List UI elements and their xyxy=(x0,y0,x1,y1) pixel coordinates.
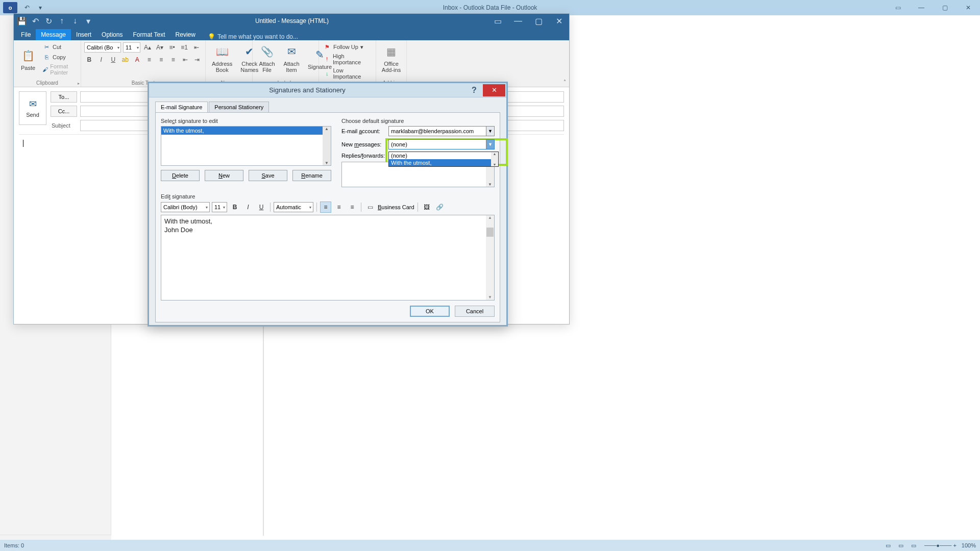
format-painter-button[interactable]: 🖌Format Painter xyxy=(41,63,78,76)
email-account-combo[interactable]: marklabarr@blenderpassion.com▼ xyxy=(388,126,495,136)
tab-format-text[interactable]: Format Text xyxy=(128,29,170,40)
delete-button[interactable]: Delete xyxy=(161,170,200,181)
indent-inc-icon[interactable]: ⇥ xyxy=(192,55,203,65)
new-button[interactable]: New xyxy=(205,170,243,181)
numbering-icon[interactable]: ≡1 xyxy=(179,42,189,53)
to-button[interactable]: To... xyxy=(51,91,77,103)
signature-list-item[interactable]: With the utmost, xyxy=(161,127,331,135)
tab-options[interactable]: Options xyxy=(96,29,128,40)
qat-prev-icon[interactable]: ↑ xyxy=(56,15,68,27)
rf-scroll-down-icon[interactable]: ▼ xyxy=(488,182,492,187)
dd-scroll-down-icon[interactable]: ▼ xyxy=(493,163,497,166)
qat-customize-icon[interactable]: ▾ xyxy=(35,2,46,13)
tab-insert[interactable]: Insert xyxy=(71,29,96,40)
ed-scroll-down-icon[interactable]: ▼ xyxy=(488,295,492,300)
cc-button[interactable]: Cc... xyxy=(51,106,77,117)
business-card-button[interactable]: Business Card xyxy=(378,204,414,210)
sig-align-center-icon[interactable]: ≡ xyxy=(333,202,345,213)
tell-me-search[interactable]: 💡Tell me what you want to do... xyxy=(208,33,298,40)
follow-up-button[interactable]: ⚑Follow Up ▾ xyxy=(322,42,373,52)
sig-hyperlink-icon[interactable]: 🔗 xyxy=(434,202,446,213)
highlight-icon[interactable]: ab xyxy=(120,55,131,65)
zoom-slider[interactable]: ───●─── + xyxy=(924,542,957,548)
dialog-help-icon[interactable]: ? xyxy=(465,84,483,96)
underline-icon[interactable]: U xyxy=(108,55,118,65)
save-button[interactable]: Save xyxy=(249,170,287,181)
font-family-combo[interactable]: Calibri (Bo xyxy=(84,42,121,53)
align-left-icon[interactable]: ≡ xyxy=(144,55,155,65)
bullets-icon[interactable]: ≡• xyxy=(167,42,177,53)
maximize-icon[interactable]: ▢ xyxy=(933,0,957,15)
sig-bold-icon[interactable]: B xyxy=(229,202,240,213)
new-messages-dropdown[interactable]: (none) With the utmost, ▲▼ xyxy=(388,152,499,167)
ribbon-display-icon[interactable]: ▭ xyxy=(886,0,910,15)
scroll-thumb[interactable] xyxy=(486,228,494,237)
ok-button[interactable]: OK xyxy=(410,306,450,317)
collapse-ribbon-icon[interactable]: ˄ xyxy=(564,79,566,85)
qat-next-icon[interactable]: ↓ xyxy=(69,15,81,27)
tab-email-signature[interactable]: E-mail Signature xyxy=(155,102,208,112)
new-messages-combo[interactable]: (none)▼ xyxy=(388,139,495,149)
qat-more-icon[interactable]: ▾ xyxy=(82,15,94,27)
view-buttons[interactable]: ▭ ▭ ▭ xyxy=(886,542,919,549)
sig-size-combo[interactable]: 11 xyxy=(212,202,227,212)
sig-font-combo[interactable]: Calibri (Body) xyxy=(161,202,210,212)
compose-ribbon-opts-icon[interactable]: ▭ xyxy=(487,14,508,28)
attach-item-button[interactable]: ✉Attach Item xyxy=(280,42,303,74)
cancel-button[interactable]: Cancel xyxy=(455,306,495,317)
address-book-button[interactable]: 📖Address Book xyxy=(209,42,235,74)
scroll-up-icon[interactable]: ▲ xyxy=(325,127,329,131)
zoom-level: 100% xyxy=(962,542,976,548)
paste-button[interactable]: 📋Paste xyxy=(17,46,39,72)
tab-review[interactable]: Review xyxy=(170,29,201,40)
minimize-icon[interactable]: — xyxy=(910,0,933,15)
scroll-down-icon[interactable]: ▼ xyxy=(325,161,329,165)
dropdown-option-signature[interactable]: With the utmost, xyxy=(389,159,498,166)
dialog-close-icon[interactable]: ✕ xyxy=(483,84,505,96)
send-button[interactable]: ✉ Send xyxy=(19,91,46,125)
compose-maximize-icon[interactable]: ▢ xyxy=(528,14,549,28)
clipboard-launcher-icon[interactable]: ▸ xyxy=(78,81,80,86)
compose-close-icon[interactable]: ✕ xyxy=(549,14,569,28)
signature-list[interactable]: With the utmost, ▲▼ xyxy=(161,126,331,166)
outdent-icon[interactable]: ⇤ xyxy=(191,42,202,53)
qat-save-icon[interactable]: 💾 xyxy=(16,15,28,27)
high-importance-button[interactable]: !High Importance xyxy=(322,53,373,66)
qat-redo-icon[interactable]: ↻ xyxy=(42,15,55,27)
office-addins-button[interactable]: ▦Office Add-ins xyxy=(379,42,403,74)
signatures-dialog: Signatures and Stationery ? ✕ E-mail Sig… xyxy=(148,82,508,327)
bold-icon[interactable]: B xyxy=(84,55,94,65)
tab-personal-stationery[interactable]: Personal Stationery xyxy=(209,102,269,112)
compose-minimize-icon[interactable]: — xyxy=(508,14,528,28)
shrink-font-icon[interactable]: A▾ xyxy=(155,42,165,53)
cut-button[interactable]: ✂Cut xyxy=(41,42,78,52)
tab-file[interactable]: File xyxy=(16,29,36,40)
align-center-icon[interactable]: ≡ xyxy=(156,55,166,65)
indent-dec-icon[interactable]: ⇤ xyxy=(180,55,190,65)
qat-undo2-icon[interactable]: ↶ xyxy=(29,15,41,27)
subject-label: Subject xyxy=(51,122,77,129)
dropdown-option-none[interactable]: (none) xyxy=(389,152,498,159)
sig-italic-icon[interactable]: I xyxy=(242,202,254,213)
ed-scroll-up-icon[interactable]: ▲ xyxy=(488,215,492,220)
dd-scroll-up-icon[interactable]: ▲ xyxy=(493,152,497,156)
grow-font-icon[interactable]: A▴ xyxy=(142,42,153,53)
sig-picture-icon[interactable]: 🖼 xyxy=(421,202,432,213)
outlook-window-title: Inbox - Outlook Data File - Outlook xyxy=(0,4,980,11)
italic-icon[interactable]: I xyxy=(96,55,107,65)
qat-undo-icon[interactable]: ↶ xyxy=(21,2,33,13)
align-right-icon[interactable]: ≡ xyxy=(168,55,179,65)
attach-file-button[interactable]: 📎Attach File xyxy=(256,42,278,74)
font-size-combo[interactable]: 11 xyxy=(123,42,140,53)
copy-button[interactable]: ⎘Copy xyxy=(41,53,78,62)
close-icon[interactable]: ✕ xyxy=(957,0,980,15)
sig-color-combo[interactable]: Automatic xyxy=(274,202,313,212)
font-color-icon[interactable]: A xyxy=(132,55,142,65)
signature-editor[interactable]: With the utmost, John Doe ▲▼ xyxy=(161,215,495,300)
sig-underline-icon[interactable]: U xyxy=(256,202,267,213)
low-importance-button[interactable]: ↓Low Importance xyxy=(322,67,373,80)
sig-align-left-icon[interactable]: ≡ xyxy=(320,202,331,213)
rename-button[interactable]: Rename xyxy=(292,170,331,181)
sig-align-right-icon[interactable]: ≡ xyxy=(347,202,358,213)
tab-message[interactable]: Message xyxy=(36,29,71,40)
